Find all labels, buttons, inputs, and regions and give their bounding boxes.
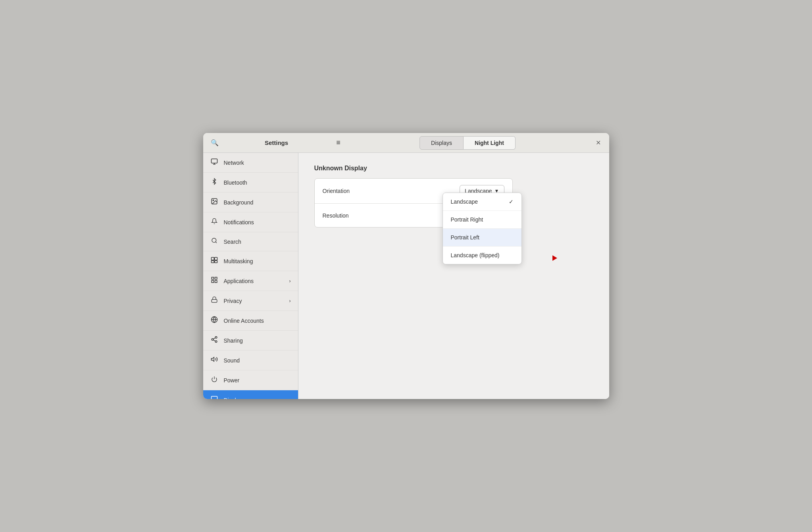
notifications-icon bbox=[210, 218, 218, 227]
titlebar-right: ✕ bbox=[585, 138, 609, 148]
sidebar-item-label: Multitasking bbox=[224, 258, 253, 264]
sidebar-item-sound[interactable]: Sound bbox=[203, 351, 298, 370]
dropdown-option-portrait-right[interactable]: Portrait Right bbox=[443, 210, 521, 228]
tab-night-light[interactable]: Night Light bbox=[464, 136, 516, 150]
sidebar-item-label: Network bbox=[224, 160, 244, 166]
network-icon bbox=[210, 158, 218, 167]
titlebar-left: 🔍 Settings ≡ bbox=[203, 136, 350, 150]
svg-rect-0 bbox=[211, 159, 217, 163]
close-button[interactable]: ✕ bbox=[593, 138, 604, 148]
power-icon bbox=[210, 376, 218, 385]
dropdown-option-label: Landscape (flipped) bbox=[451, 252, 500, 258]
svg-point-5 bbox=[212, 238, 216, 243]
dropdown-option-label: Landscape bbox=[451, 199, 478, 205]
sidebar-item-label: Search bbox=[224, 239, 241, 245]
svg-rect-8 bbox=[214, 257, 217, 260]
svg-rect-14 bbox=[215, 281, 217, 283]
svg-rect-9 bbox=[211, 261, 214, 263]
sidebar-item-power[interactable]: Power bbox=[203, 370, 298, 390]
sidebar-item-label: Power bbox=[224, 377, 240, 384]
svg-point-19 bbox=[212, 339, 214, 341]
sidebar-item-privacy[interactable]: Privacy › bbox=[203, 291, 298, 311]
dropdown-notch bbox=[502, 193, 510, 193]
section-title: Unknown Display bbox=[314, 165, 593, 172]
tab-displays[interactable]: Displays bbox=[419, 136, 464, 150]
sidebar-item-bluetooth[interactable]: Bluetooth bbox=[203, 173, 298, 193]
check-mark-icon: ✓ bbox=[509, 199, 514, 205]
dropdown-option-landscape-flipped[interactable]: Landscape (flipped) bbox=[443, 246, 521, 264]
svg-point-18 bbox=[215, 337, 217, 339]
svg-rect-11 bbox=[212, 277, 214, 279]
sidebar-item-online-accounts[interactable]: Online Accounts bbox=[203, 311, 298, 331]
main-content: Unknown Display Orientation Landscape ▼ … bbox=[298, 153, 609, 399]
sidebar-item-label: Sound bbox=[224, 357, 240, 364]
sharing-icon bbox=[210, 336, 218, 345]
titlebar: 🔍 Settings ≡ Displays Night Light ✕ bbox=[203, 133, 609, 153]
chevron-right-icon: › bbox=[289, 298, 291, 304]
sidebar-item-label: Applications bbox=[224, 278, 254, 284]
dropdown-option-landscape[interactable]: Landscape ✓ bbox=[443, 193, 521, 210]
sidebar-item-sharing[interactable]: Sharing bbox=[203, 331, 298, 351]
sound-icon bbox=[210, 356, 218, 365]
dropdown-option-label: Portrait Right bbox=[451, 216, 483, 223]
svg-rect-13 bbox=[212, 281, 214, 283]
online-accounts-icon bbox=[210, 316, 218, 325]
sidebar-item-network[interactable]: Network bbox=[203, 153, 298, 173]
menu-icon: ≡ bbox=[336, 139, 341, 147]
window-title: Settings bbox=[225, 139, 329, 146]
svg-line-22 bbox=[213, 338, 215, 339]
arrow-head-icon bbox=[552, 255, 557, 261]
sidebar: Network Bluetooth Background Notificatio… bbox=[203, 153, 298, 399]
bluetooth-icon bbox=[210, 178, 218, 187]
sidebar-item-label: Background bbox=[224, 199, 254, 206]
menu-button[interactable]: ≡ bbox=[332, 136, 345, 150]
background-icon bbox=[210, 198, 218, 207]
tab-bar: Displays Night Light bbox=[350, 136, 585, 150]
svg-rect-12 bbox=[215, 277, 217, 279]
svg-rect-25 bbox=[211, 396, 217, 399]
search-button[interactable]: 🔍 bbox=[208, 136, 221, 150]
sidebar-item-label: Sharing bbox=[224, 337, 243, 344]
sidebar-item-applications[interactable]: Applications › bbox=[203, 271, 298, 291]
applications-icon bbox=[210, 276, 218, 285]
svg-line-6 bbox=[216, 242, 217, 243]
svg-marker-23 bbox=[211, 357, 214, 362]
window-body: Network Bluetooth Background Notificatio… bbox=[203, 153, 609, 399]
sidebar-item-label: Online Accounts bbox=[224, 318, 264, 324]
sidebar-item-background[interactable]: Background bbox=[203, 193, 298, 212]
svg-rect-10 bbox=[214, 261, 217, 263]
sidebar-item-label: Bluetooth bbox=[224, 179, 247, 186]
search-icon bbox=[210, 237, 218, 246]
svg-rect-15 bbox=[212, 299, 217, 302]
displays-icon bbox=[210, 395, 218, 399]
search-icon: 🔍 bbox=[211, 139, 219, 146]
chevron-right-icon: › bbox=[289, 278, 291, 284]
svg-point-4 bbox=[213, 200, 214, 200]
sidebar-item-label: Privacy bbox=[224, 298, 242, 304]
svg-rect-7 bbox=[211, 257, 214, 260]
settings-window: 🔍 Settings ≡ Displays Night Light ✕ bbox=[203, 133, 609, 399]
svg-line-21 bbox=[213, 340, 215, 341]
orientation-label: Orientation bbox=[323, 188, 460, 194]
sidebar-item-label: Notifications bbox=[224, 219, 254, 226]
sidebar-item-notifications[interactable]: Notifications bbox=[203, 212, 298, 232]
sidebar-item-search[interactable]: Search bbox=[203, 232, 298, 251]
privacy-icon bbox=[210, 296, 218, 305]
dropdown-option-label: Portrait Left bbox=[451, 234, 479, 241]
svg-point-20 bbox=[215, 341, 217, 343]
sidebar-item-displays[interactable]: Displays bbox=[203, 390, 298, 399]
sidebar-item-label: Displays bbox=[224, 397, 245, 399]
orientation-dropdown-menu: Landscape ✓ Portrait Right Portrait Left… bbox=[443, 193, 522, 264]
dropdown-option-portrait-left[interactable]: Portrait Left bbox=[443, 228, 521, 246]
close-icon: ✕ bbox=[596, 139, 601, 146]
multitasking-icon bbox=[210, 256, 218, 266]
sidebar-item-multitasking[interactable]: Multitasking bbox=[203, 251, 298, 271]
